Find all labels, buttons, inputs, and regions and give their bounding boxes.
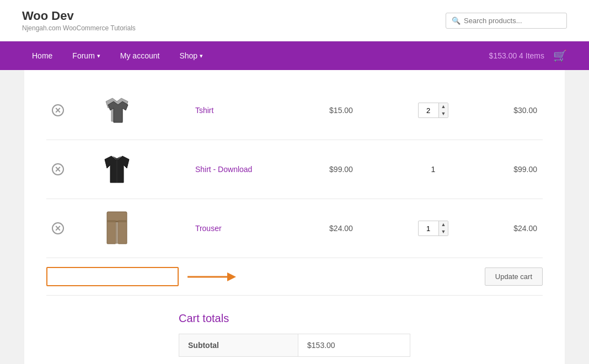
site-title: Woo Dev [22, 9, 136, 23]
shirt-image [100, 153, 133, 186]
coupon-wrap [46, 267, 237, 286]
nav-item-myaccount[interactable]: My account [110, 41, 170, 70]
price-cell: $99.00 [324, 140, 392, 199]
quantity-stepper[interactable]: ▲ ▼ [418, 103, 449, 118]
cart-totals-box: Cart totals Subtotal $153.00 [179, 312, 410, 357]
cart-actions: Update cart [46, 258, 543, 296]
product-image [98, 91, 136, 130]
qty-down-button[interactable]: ▼ [439, 110, 448, 117]
quantity-stepper[interactable]: ▲ ▼ [418, 221, 449, 236]
subtotal-row: Subtotal $153.00 [179, 334, 410, 357]
arrow-icon [188, 269, 237, 285]
trouser-image [106, 211, 128, 247]
totals-table: Subtotal $153.00 [179, 334, 410, 357]
qty-cell: ▲ ▼ [392, 199, 474, 258]
qty-cell: ▲ ▼ [392, 81, 474, 140]
product-link-trouser[interactable]: Trouser [195, 224, 222, 233]
subtotal-cell: $30.00 [474, 81, 543, 140]
svg-rect-6 [107, 221, 116, 244]
main-content: × Tshirt $15.00 [24, 70, 565, 364]
subtotal-cell: $24.00 [474, 199, 543, 258]
nav-item-shop[interactable]: Shop ▾ [169, 41, 213, 70]
svg-rect-5 [107, 212, 127, 222]
cart-totals-section: Cart totals Subtotal $153.00 [46, 312, 543, 357]
tshirt-image [100, 94, 133, 127]
qty-spinners: ▲ ▼ [438, 103, 448, 117]
cart-icon[interactable]: 🛒 [553, 49, 567, 62]
price-cell: $24.00 [324, 199, 392, 258]
site-header: Woo Dev Njengah.com WooCommerce Tutorial… [0, 0, 589, 41]
site-branding: Woo Dev Njengah.com WooCommerce Tutorial… [22, 9, 136, 32]
subtotal-cell: $99.00 [474, 140, 543, 199]
qty-spinners: ▲ ▼ [438, 221, 448, 235]
cart-summary: $153.00 4 Items [489, 51, 544, 60]
table-row: × Tshirt $15.00 [46, 81, 543, 140]
coupon-input[interactable] [46, 267, 179, 286]
table-row: × Trouser [46, 199, 543, 258]
product-image [98, 209, 136, 248]
update-cart-button[interactable]: Update cart [485, 267, 543, 286]
remove-item-button[interactable]: × [52, 222, 64, 234]
nav-item-forum[interactable]: Forum ▾ [62, 41, 110, 70]
qty-up-button[interactable]: ▲ [439, 103, 448, 110]
nav-right: $153.00 4 Items 🛒 [489, 49, 567, 62]
subtotal-value: $153.00 [298, 334, 410, 357]
quantity-input[interactable] [419, 222, 438, 235]
search-box[interactable]: 🔍 [446, 13, 567, 29]
site-nav: Home Forum ▾ My account Shop ▾ $153.00 4… [0, 41, 589, 70]
table-row: × Shirt - Download [46, 140, 543, 199]
quantity-input[interactable] [419, 104, 438, 117]
qty-down-button[interactable]: ▼ [439, 228, 448, 235]
product-link-tshirt[interactable]: Tshirt [195, 106, 213, 115]
qty-up-button[interactable]: ▲ [439, 221, 448, 228]
nav-item-home[interactable]: Home [22, 41, 62, 70]
svg-marker-1 [108, 101, 128, 122]
cart-totals-title: Cart totals [179, 312, 410, 325]
arrow-indicator [188, 269, 237, 285]
chevron-down-icon: ▾ [200, 52, 203, 60]
remove-item-button[interactable]: × [52, 104, 64, 116]
cart-table: × Tshirt $15.00 [46, 81, 543, 258]
svg-marker-11 [227, 272, 236, 281]
search-icon: 🔍 [452, 17, 461, 25]
subtotal-label: Subtotal [179, 334, 298, 357]
site-tagline: Njengah.com WooCommerce Tutorials [22, 24, 136, 32]
qty-cell: 1 [392, 140, 474, 199]
nav-items: Home Forum ▾ My account Shop ▾ [22, 41, 489, 70]
product-link-shirt[interactable]: Shirt - Download [195, 165, 253, 174]
price-cell: $15.00 [324, 81, 392, 140]
search-input[interactable] [464, 17, 561, 25]
chevron-down-icon: ▾ [97, 52, 100, 60]
svg-rect-7 [118, 221, 127, 244]
product-image [98, 150, 136, 189]
remove-item-button[interactable]: × [52, 163, 64, 175]
